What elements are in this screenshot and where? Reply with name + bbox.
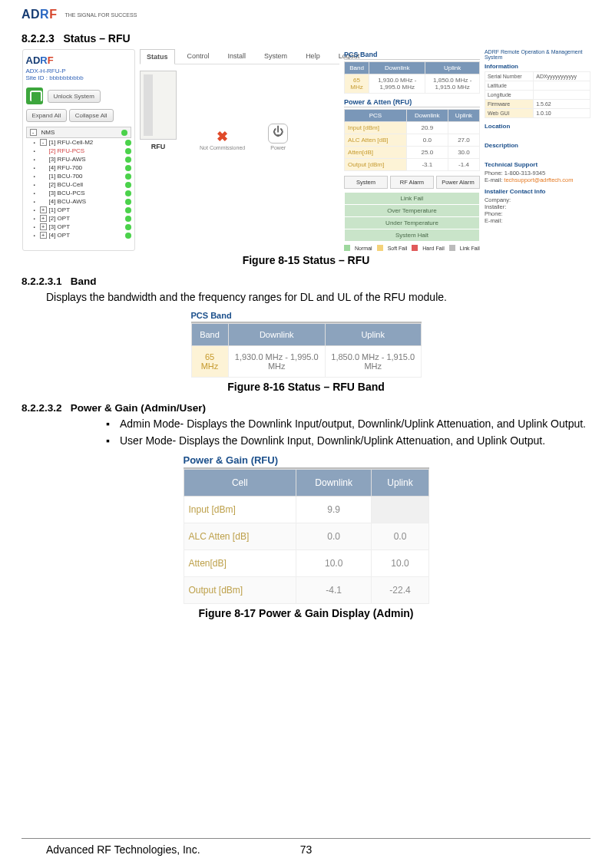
device-tree-panel: ADRF ADX-H-RFU-PSite ID : bbbbbbbbbb Unl… xyxy=(22,49,136,251)
status-button[interactable]: RF Alarm xyxy=(390,176,434,189)
pcs-band-title: PCS Band xyxy=(344,51,480,60)
not-commissioned-icon: ✖ Not Commissioned xyxy=(200,128,245,150)
tree-item[interactable]: [4] BCU-AWS xyxy=(26,197,132,206)
power-gain-bullets: Admin Mode- Displays the Downlink Input/… xyxy=(22,417,590,448)
figure-8-17-table: Power & Gain (RFU) CellDownlinkUplinkInp… xyxy=(184,454,429,604)
status-button[interactable]: System xyxy=(344,176,388,189)
pcs-band-table-small: Band Downlink Uplink 65 MHz 1,930.0 MHz … xyxy=(344,61,480,94)
tab-system[interactable]: System xyxy=(258,49,293,64)
lock-icon xyxy=(26,87,43,104)
figure-8-16-table: PCS Band Band Downlink Uplink 65 MHz 1,9… xyxy=(191,311,422,378)
figure-8-17-caption: Figure 8-17 Power & Gain Display (Admin) xyxy=(22,607,590,619)
figure-8-16-caption: Figure 8-16 Status – RFU Band xyxy=(22,381,590,393)
band-description: Displays the bandwidth and the frequency… xyxy=(46,290,590,305)
heading-8-2-2-3-2: 8.2.2.3.2 Power & Gain (Admin/User) xyxy=(22,402,590,414)
tree-item[interactable]: [1] BCU-700 xyxy=(26,172,132,180)
main-tabs: StatusControlInstallSystemHelpLogout xyxy=(140,49,339,64)
system-info-panel: ADRF Remote Operation & Management Syste… xyxy=(485,49,590,251)
alarm-legend: NormalSoft FailHard FailLink Fail xyxy=(344,245,480,251)
page-footer: Advanced RF Technologies, Inc. 73 xyxy=(22,838,590,856)
page-header-logo: ADRF THE SIGNAL FOR SUCCESS xyxy=(22,8,590,21)
alarm-status-table: Link FailOver TemperatureUnder Temperatu… xyxy=(344,192,480,242)
tree-item[interactable]: [3] BCU-PCS xyxy=(26,189,132,197)
tab-install[interactable]: Install xyxy=(222,49,253,64)
power-icon[interactable]: Power xyxy=(268,124,288,150)
tree-item[interactable]: [2] RFU-PCS xyxy=(26,147,132,155)
tree-item[interactable]: +[4] OPT xyxy=(26,231,132,239)
tree-item[interactable]: +[1] OPT xyxy=(26,206,132,214)
expand-all-button[interactable]: Expand All xyxy=(26,109,68,122)
tree-item[interactable]: [2] BCU-Cell xyxy=(26,180,132,189)
power-atten-table-small: PCSDownlinkUplinkInput [dBm]20.9ALC Atte… xyxy=(344,109,480,171)
tree-item[interactable]: -[1] RFU-Cell-M2 xyxy=(26,138,132,147)
tab-control[interactable]: Control xyxy=(181,49,216,64)
power-atten-title: Power & Atten (RFU) xyxy=(344,98,480,107)
heading-8-2-2-3: 8.2.2.3 Status – RFU xyxy=(22,32,590,45)
tree-item[interactable]: +[2] OPT xyxy=(26,214,132,223)
figure-8-15-screenshot: ADRF ADX-H-RFU-PSite ID : bbbbbbbbbb Unl… xyxy=(22,49,590,251)
unlock-system-button[interactable]: Unlock System xyxy=(48,90,101,103)
heading-8-2-2-3-1: 8.2.2.3.1 Band xyxy=(22,276,590,287)
tree-item[interactable]: +[3] OPT xyxy=(26,223,132,231)
tab-status[interactable]: Status xyxy=(140,49,175,64)
status-button[interactable]: Power Alarm xyxy=(436,176,480,189)
tab-help[interactable]: Help xyxy=(299,49,326,64)
tree-item[interactable]: [3] RFU-AWS xyxy=(26,155,132,163)
tree-item[interactable]: [4] RFU-700 xyxy=(26,163,132,172)
status-buttons: SystemRF AlarmPower Alarm xyxy=(344,176,480,189)
collapse-all-button[interactable]: Collapse All xyxy=(69,109,114,122)
figure-8-15-caption: Figure 8-15 Status – RFU xyxy=(22,254,590,266)
device-tree: -NMS -[1] RFU-Cell-M2[2] RFU-PCS[3] RFU-… xyxy=(26,127,132,239)
rfu-unit-graphic: RFU xyxy=(140,71,177,150)
